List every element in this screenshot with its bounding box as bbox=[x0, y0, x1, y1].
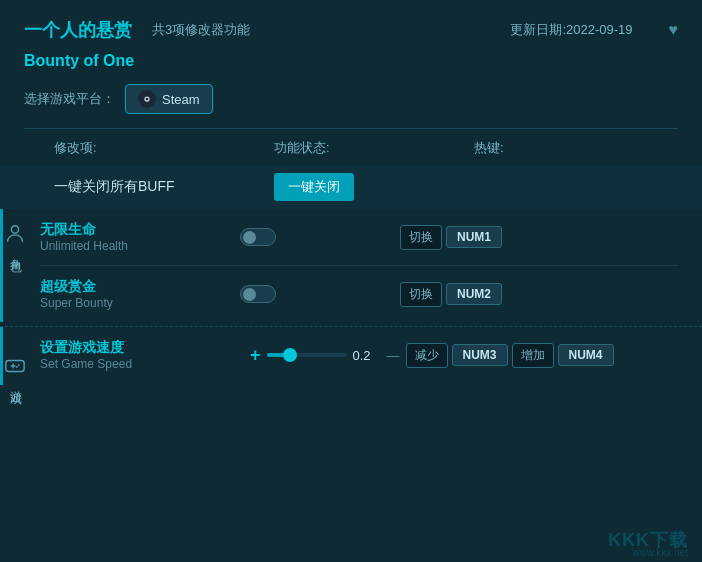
feature-name-zh-health: 无限生命 bbox=[40, 221, 240, 239]
hotkey-key-health[interactable]: NUM1 bbox=[446, 226, 502, 248]
game-with-sidebar: 游戏 设置游戏速度 Set Game Speed + bbox=[0, 327, 702, 385]
hotkey-switch-health[interactable]: 切换 bbox=[400, 225, 442, 250]
hotkey-area-bounty: 切换 NUM2 bbox=[400, 282, 678, 307]
game-content: 设置游戏速度 Set Game Speed + 0.2 — bbox=[30, 327, 702, 385]
speed-name-en: Set Game Speed bbox=[40, 357, 240, 371]
col-name-header: 修改项: bbox=[54, 139, 274, 157]
speed-controls: + 0.2 — 减少 NUM3 增加 bbox=[250, 343, 678, 368]
svg-point-6 bbox=[16, 366, 18, 368]
game-section: 游戏 设置游戏速度 Set Game Speed + bbox=[0, 326, 702, 385]
character-sidebar: 角色 bbox=[0, 209, 30, 322]
feature-name-en-health: Unlimited Health bbox=[40, 239, 240, 253]
toggle-thumb-health bbox=[243, 231, 256, 244]
table-row: 超级赏金 Super Bounty 切换 NUM2 bbox=[40, 266, 678, 322]
character-icon bbox=[4, 223, 26, 245]
speed-info: 设置游戏速度 Set Game Speed bbox=[40, 339, 240, 371]
header: 一个人的悬赏 共3项修改器功能 更新日期:2022-09-19 ♥ bbox=[0, 0, 702, 52]
feature-name-zh-bounty: 超级赏金 bbox=[40, 278, 240, 296]
svg-point-3 bbox=[11, 226, 18, 233]
platform-steam-button[interactable]: Steam bbox=[125, 84, 213, 114]
table-row: 无限生命 Unlimited Health 切换 NUM1 bbox=[40, 209, 678, 266]
platform-row: 选择游戏平台： Steam bbox=[0, 84, 702, 128]
toggle-thumb-bounty bbox=[243, 288, 256, 301]
game-title: 一个人的悬赏 bbox=[24, 18, 132, 42]
buff-row: 一键关闭所有BUFF 一键关闭 bbox=[0, 165, 702, 209]
slider-thumb[interactable] bbox=[283, 348, 297, 362]
speed-value: 0.2 bbox=[353, 348, 381, 363]
feature-info-health: 无限生命 Unlimited Health bbox=[40, 221, 240, 253]
hotkey-num4[interactable]: NUM4 bbox=[558, 344, 614, 366]
main-container: 一个人的悬赏 共3项修改器功能 更新日期:2022-09-19 ♥ Bounty… bbox=[0, 0, 702, 562]
update-date: 更新日期:2022-09-19 bbox=[510, 21, 632, 39]
col-status-header: 功能状态: bbox=[274, 139, 474, 157]
feature-name-en-bounty: Super Bounty bbox=[40, 296, 240, 310]
toggle-area-bounty bbox=[240, 285, 400, 303]
watermark-url: www.kkx.net bbox=[632, 547, 688, 558]
decrease-btn[interactable]: 减少 bbox=[406, 343, 448, 368]
buff-close-button[interactable]: 一键关闭 bbox=[274, 173, 354, 201]
dash-icon: — bbox=[387, 348, 400, 363]
character-section: 角色 无限生命 Unlimited Health 切换 NUM1 bbox=[0, 209, 702, 322]
game-icon bbox=[4, 355, 26, 377]
game-sidebar-label: 游戏 bbox=[7, 381, 24, 385]
increase-btn[interactable]: 增加 bbox=[512, 343, 554, 368]
expand-icon[interactable]: + bbox=[250, 345, 261, 366]
col-hotkey-header: 热键: bbox=[474, 139, 678, 157]
sidebar-bar bbox=[0, 209, 3, 322]
game-sidebar-bar bbox=[0, 327, 3, 385]
speed-row: 设置游戏速度 Set Game Speed + 0.2 — bbox=[40, 339, 678, 371]
hotkey-switch-bounty[interactable]: 切换 bbox=[400, 282, 442, 307]
feature-count: 共3项修改器功能 bbox=[152, 21, 250, 39]
toggle-health[interactable] bbox=[240, 228, 276, 246]
character-sidebar-label: 角色 bbox=[7, 249, 24, 253]
speed-slider[interactable] bbox=[267, 353, 347, 357]
game-sidebar: 游戏 bbox=[0, 327, 30, 385]
game-subtitle: Bounty of One bbox=[0, 52, 702, 84]
slider-track bbox=[267, 353, 347, 357]
svg-point-5 bbox=[18, 364, 20, 366]
toggle-area-health bbox=[240, 228, 400, 246]
platform-label: 选择游戏平台： bbox=[24, 90, 115, 108]
svg-point-2 bbox=[146, 98, 149, 101]
favorite-icon[interactable]: ♥ bbox=[669, 21, 679, 39]
steam-icon bbox=[138, 90, 156, 108]
column-headers: 修改项: 功能状态: 热键: bbox=[0, 129, 702, 165]
speed-hotkeys: 减少 NUM3 增加 NUM4 bbox=[406, 343, 614, 368]
toggle-bounty[interactable] bbox=[240, 285, 276, 303]
hotkey-num3[interactable]: NUM3 bbox=[452, 344, 508, 366]
feature-info-bounty: 超级赏金 Super Bounty bbox=[40, 278, 240, 310]
buff-name: 一键关闭所有BUFF bbox=[54, 178, 274, 196]
hotkey-key-bounty[interactable]: NUM2 bbox=[446, 283, 502, 305]
character-features: 无限生命 Unlimited Health 切换 NUM1 超级赏金 Super bbox=[30, 209, 702, 322]
platform-label-text: Steam bbox=[162, 92, 200, 107]
speed-name-zh: 设置游戏速度 bbox=[40, 339, 240, 357]
hotkey-area-health: 切换 NUM1 bbox=[400, 225, 678, 250]
